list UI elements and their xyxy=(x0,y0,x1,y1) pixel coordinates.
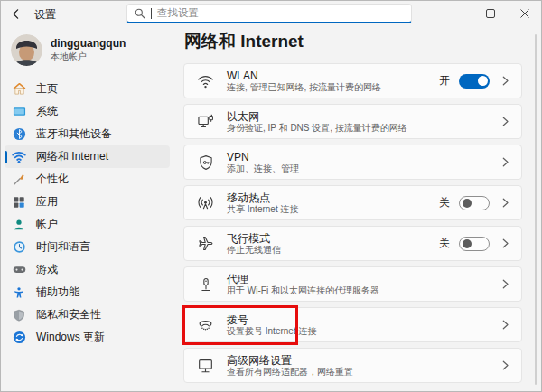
toggle-state-label: 开 xyxy=(439,73,450,89)
card-title: 以太网 xyxy=(227,110,490,123)
sidebar-item-label: 辅助功能 xyxy=(36,285,79,300)
window-controls xyxy=(439,0,542,27)
advanced-network-monitor-icon xyxy=(184,358,227,374)
system-icon xyxy=(12,105,26,119)
card-wlan[interactable]: WLAN 连接, 管理已知网络, 按流量计费的网络 开 xyxy=(183,63,522,98)
card-mobile-hotspot[interactable]: 移动热点 共享 Internet 连接 关 xyxy=(183,185,522,220)
sidebar-item-time-language[interactable]: 时间和语言 xyxy=(5,236,170,258)
sidebar-item-gaming[interactable]: 游戏 xyxy=(5,258,170,281)
card-subtitle: 停止无线通信 xyxy=(227,245,439,256)
user-profile[interactable]: dingguangqun 本地帐户 xyxy=(11,34,126,66)
main-content: 网络和 Internet WLAN 连接, 管理已知网络, 按流量计费的网络 开… xyxy=(183,27,542,392)
card-subtitle: 用于 Wi-Fi 和以太网连接的代理服务器 xyxy=(227,285,490,296)
sidebar-item-accessibility[interactable]: 辅助功能 xyxy=(5,281,170,303)
sidebar-item-label: 隐私和安全性 xyxy=(36,307,101,322)
card-vpn[interactable]: VPN 添加、连接、管理 xyxy=(183,145,522,180)
sidebar: dingguangqun 本地帐户 主页 系统 蓝牙和其他设备 xyxy=(0,27,177,392)
sidebar-nav: 主页 系统 蓝牙和其他设备 网络和 Internet 个性化 xyxy=(5,78,170,349)
vpn-shield-icon xyxy=(184,154,227,171)
sidebar-item-label: 网络和 Internet xyxy=(36,149,108,164)
sidebar-item-label: 系统 xyxy=(36,104,58,119)
chevron-right-icon xyxy=(501,117,509,126)
card-title: 高级网络设置 xyxy=(227,354,490,367)
toggle-knob xyxy=(478,76,488,86)
maximize-button[interactable] xyxy=(473,0,508,27)
sidebar-item-system[interactable]: 系统 xyxy=(5,100,170,123)
airplane-toggle[interactable] xyxy=(459,237,490,251)
account-type: 本地帐户 xyxy=(51,51,126,63)
card-airplane-mode[interactable]: 飞行模式 停止无线通信 关 xyxy=(183,226,522,261)
card-subtitle: 设置拨号 Internet 连接 xyxy=(227,326,490,337)
card-title: 移动热点 xyxy=(227,191,439,204)
minimize-button[interactable] xyxy=(439,0,473,27)
bluetooth-icon xyxy=(12,127,26,142)
card-title: VPN xyxy=(227,151,490,163)
proxy-icon xyxy=(184,276,227,293)
card-title: 代理 xyxy=(227,273,490,285)
search-placeholder: 查找设置 xyxy=(157,6,199,20)
accounts-person-icon xyxy=(12,218,26,232)
home-icon xyxy=(12,82,26,97)
sidebar-item-apps[interactable]: 应用 xyxy=(5,191,170,213)
toggle-knob xyxy=(463,239,472,248)
network-wifi-icon xyxy=(12,150,26,164)
titlebar: 设置 查找设置 xyxy=(0,0,542,27)
back-arrow-icon xyxy=(13,9,24,19)
card-title: 飞行模式 xyxy=(227,232,439,245)
mobile-hotspot-icon xyxy=(184,195,227,211)
sidebar-item-label: 帐户 xyxy=(36,217,58,232)
toggle-knob xyxy=(463,199,472,208)
wlan-toggle[interactable] xyxy=(459,74,490,89)
accessibility-icon xyxy=(12,285,26,300)
sidebar-item-label: 蓝牙和其他设备 xyxy=(36,126,112,142)
card-subtitle: 添加、连接、管理 xyxy=(227,163,490,174)
card-dialup[interactable]: 拨号 设置拨号 Internet 连接 xyxy=(183,307,522,342)
back-button[interactable] xyxy=(7,4,29,23)
time-language-icon xyxy=(12,240,26,255)
toggle-state-label: 关 xyxy=(439,236,450,251)
sidebar-item-label: 主页 xyxy=(36,81,58,97)
personalization-brush-icon xyxy=(12,173,26,187)
airplane-icon xyxy=(184,235,227,252)
card-subtitle: 查看所有网络适配器，网络重置 xyxy=(227,367,490,378)
scrollbar[interactable] xyxy=(535,34,537,385)
sidebar-item-home[interactable]: 主页 xyxy=(5,78,170,100)
sidebar-item-windows-update[interactable]: Windows 更新 xyxy=(5,326,170,349)
hotspot-toggle[interactable] xyxy=(459,196,490,210)
chevron-right-icon xyxy=(501,198,509,208)
chevron-right-icon xyxy=(501,320,509,330)
sidebar-item-label: 时间和语言 xyxy=(36,239,90,255)
close-button[interactable] xyxy=(508,0,542,27)
sidebar-item-label: 应用 xyxy=(36,194,58,210)
toggle-state-label: 关 xyxy=(439,195,450,210)
sidebar-item-label: 个性化 xyxy=(36,172,69,187)
dialup-phone-icon xyxy=(184,317,227,332)
sidebar-item-accounts[interactable]: 帐户 xyxy=(5,213,170,236)
user-name: dingguangqun xyxy=(51,37,126,51)
sidebar-item-personalization[interactable]: 个性化 xyxy=(5,168,170,191)
apps-icon xyxy=(12,195,26,210)
windows-update-icon xyxy=(12,331,26,345)
avatar xyxy=(11,34,42,66)
card-title: 拨号 xyxy=(227,313,490,326)
app-title: 设置 xyxy=(34,7,56,23)
sidebar-item-network[interactable]: 网络和 Internet xyxy=(5,145,170,168)
page-title: 网络和 Internet xyxy=(184,30,304,53)
search-input[interactable]: 查找设置 xyxy=(126,4,412,23)
sidebar-item-privacy[interactable]: 隐私和安全性 xyxy=(5,303,170,326)
card-advanced-network[interactable]: 高级网络设置 查看所有网络适配器，网络重置 xyxy=(183,348,522,383)
close-icon xyxy=(520,9,529,18)
text-caret xyxy=(151,8,152,19)
search-icon xyxy=(135,8,145,19)
privacy-shield-icon xyxy=(12,308,26,322)
sidebar-item-bluetooth[interactable]: 蓝牙和其他设备 xyxy=(5,123,170,145)
card-subtitle: 身份验证, IP 和 DNS 设置, 按流量计费的网络 xyxy=(227,123,490,134)
gaming-gamepad-icon xyxy=(12,263,26,277)
card-proxy[interactable]: 代理 用于 Wi-Fi 和以太网连接的代理服务器 xyxy=(183,266,522,302)
card-title: WLAN xyxy=(227,70,439,82)
card-ethernet[interactable]: 以太网 身份验证, IP 和 DNS 设置, 按流量计费的网络 xyxy=(183,104,522,139)
wifi-icon xyxy=(184,73,227,89)
minimize-icon xyxy=(452,9,461,18)
chevron-right-icon xyxy=(501,360,509,370)
sidebar-item-label: 游戏 xyxy=(36,262,58,277)
